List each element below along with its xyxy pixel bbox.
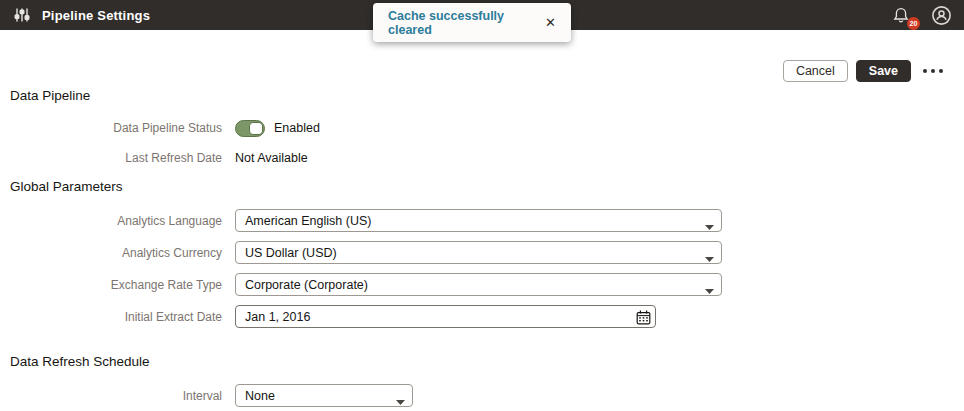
last-refresh-date-value: Not Available xyxy=(235,151,308,165)
caret-down-icon xyxy=(705,219,714,233)
exchange-rate-type-value: Corporate (Corporate) xyxy=(245,278,368,292)
exchange-rate-type-label: Exchange Rate Type xyxy=(0,278,222,292)
section-title-global-parameters: Global Parameters xyxy=(10,179,123,194)
row-initial-extract-date: Initial Extract Date xyxy=(0,305,656,328)
data-pipeline-status-label: Data Pipeline Status xyxy=(0,121,222,135)
data-pipeline-status-value: Enabled xyxy=(274,121,320,135)
notification-count-badge: 20 xyxy=(907,17,920,30)
section-title-data-refresh-schedule: Data Refresh Schedule xyxy=(10,354,150,369)
analytics-language-select[interactable]: American English (US) xyxy=(235,209,722,232)
exchange-rate-type-select[interactable]: Corporate (Corporate) xyxy=(235,273,722,296)
analytics-language-label: Analytics Language xyxy=(0,214,222,228)
data-pipeline-status-toggle[interactable] xyxy=(235,120,265,137)
initial-extract-date-input[interactable] xyxy=(245,306,631,327)
calendar-icon[interactable] xyxy=(635,309,651,325)
row-last-refresh-date: Last Refresh Date Not Available xyxy=(0,150,308,166)
row-analytics-currency: Analytics Currency US Dollar (USD) xyxy=(0,241,722,264)
notifications-bell-icon[interactable]: 20 xyxy=(888,2,914,28)
analytics-currency-value: US Dollar (USD) xyxy=(245,246,337,260)
save-button[interactable]: Save xyxy=(856,60,911,82)
ellipsis-icon xyxy=(923,69,927,73)
cancel-button[interactable]: Cancel xyxy=(783,60,848,82)
caret-down-icon xyxy=(705,283,714,297)
caret-down-icon xyxy=(396,394,405,408)
more-actions-button[interactable] xyxy=(919,63,947,79)
last-refresh-date-label: Last Refresh Date xyxy=(0,151,222,165)
analytics-currency-select[interactable]: US Dollar (USD) xyxy=(235,241,722,264)
analytics-language-value: American English (US) xyxy=(245,214,371,228)
sliders-icon[interactable] xyxy=(10,3,34,27)
interval-label: Interval xyxy=(0,389,222,403)
page-title: Pipeline Settings xyxy=(42,8,150,23)
caret-down-icon xyxy=(705,251,714,265)
initial-extract-date-label: Initial Extract Date xyxy=(0,310,222,324)
pipeline-settings-page: Pipeline Settings 20 Cache successfully … xyxy=(0,0,964,411)
row-data-pipeline-status: Data Pipeline Status Enabled xyxy=(0,118,320,138)
row-interval: Interval None xyxy=(0,384,413,407)
toast-notification: Cache successfully cleared ✕ xyxy=(373,3,571,42)
toast-message: Cache successfully cleared xyxy=(388,9,545,37)
initial-extract-date-field xyxy=(235,305,656,328)
user-avatar-icon[interactable] xyxy=(928,2,954,28)
toggle-knob xyxy=(249,122,263,135)
row-analytics-language: Analytics Language American English (US) xyxy=(0,209,722,232)
page-actions: Cancel Save xyxy=(783,60,947,82)
section-title-data-pipeline: Data Pipeline xyxy=(10,88,90,103)
analytics-currency-label: Analytics Currency xyxy=(0,246,222,260)
close-icon[interactable]: ✕ xyxy=(545,16,556,29)
interval-value: None xyxy=(245,389,275,403)
row-exchange-rate-type: Exchange Rate Type Corporate (Corporate) xyxy=(0,273,722,296)
interval-select[interactable]: None xyxy=(235,384,413,407)
